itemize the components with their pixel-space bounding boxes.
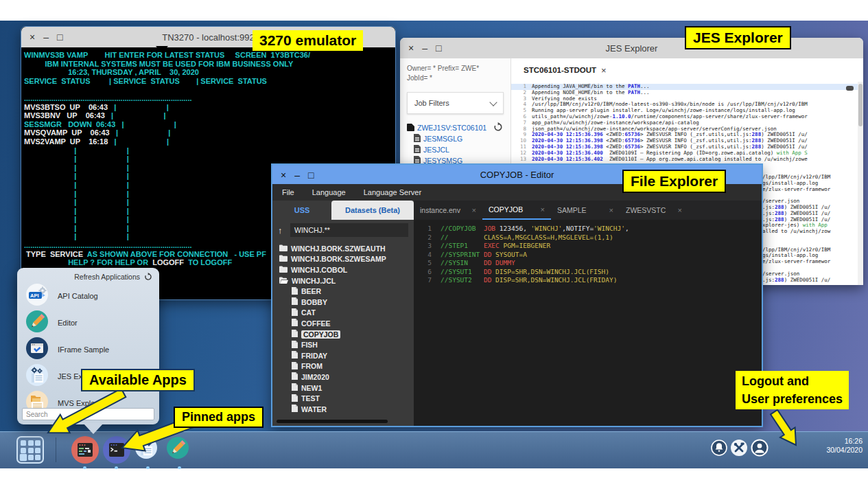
editor-tab-instance.env[interactable]: instance.env× xyxy=(414,201,482,220)
pinned-app-job-output-icon[interactable] xyxy=(71,436,99,464)
app-list: APIAPI CatalogEditorIFrame SampleJES Exp… xyxy=(17,282,159,416)
api-catalog-icon: API xyxy=(25,283,49,309)
menu-language-server[interactable]: Language Server xyxy=(364,188,421,196)
app-launcher-menu: Refresh Applications APIAPI CatalogEdito… xyxy=(17,268,159,424)
jes-titlebar[interactable]: × – □ JES Explorer xyxy=(400,38,863,58)
taskbar-divider xyxy=(56,437,56,462)
tab-stc06101-stdout[interactable]: STC06101-STDOUT × xyxy=(524,65,607,76)
dataset-tree-item-new1[interactable]: NEW1 xyxy=(279,383,414,394)
svg-text:API: API xyxy=(30,293,39,299)
tab-datasets[interactable]: Datasets (Beta) xyxy=(331,201,414,220)
dataset-tree-item-winchj.cobol[interactable]: WINCHJ.COBOL xyxy=(279,264,414,275)
iframe-sample-icon xyxy=(25,337,49,363)
dataset-tree-item-coffee[interactable]: COFFEE xyxy=(279,318,414,329)
running-indicator xyxy=(146,466,150,469)
pinned-app-terminal-icon[interactable] xyxy=(103,436,130,464)
editor-window[interactable]: × – □ COPYJOB - Editor File Language Lan… xyxy=(271,163,763,427)
minimize-icon[interactable]: – xyxy=(43,32,49,43)
close-icon[interactable]: × xyxy=(601,65,607,76)
dataset-tree-item-fish[interactable]: FISH xyxy=(279,339,414,350)
folder-icon xyxy=(279,244,288,253)
text-line: IBM INTERNAL SYSTEMS MUST BE USED FOR IB… xyxy=(24,60,392,69)
minimize-icon[interactable]: – xyxy=(294,170,300,181)
text-line: MVS2VAMP UP 16:18 | | xyxy=(24,137,392,146)
dataset-search-input[interactable]: WINCHJ.** xyxy=(290,223,408,237)
file-icon xyxy=(292,372,298,381)
pinned-app-jes-explorer-icon[interactable] xyxy=(134,436,162,464)
job-filters-label: Job Filters xyxy=(414,99,449,107)
dataset-tree-item-winchj.bork.szwesamp[interactable]: WINCHJ.BORK.SZWESAMP xyxy=(279,254,414,265)
notifications-bell-icon[interactable] xyxy=(711,440,727,459)
file-icon xyxy=(292,351,298,360)
editor-tab-zwesvstc[interactable]: ZWESVSTC× xyxy=(620,201,688,220)
jes-scrollbar[interactable] xyxy=(858,82,863,285)
editor-tab-bar: instance.env×COPYJOB×SAMPLE×ZWESVSTC× xyxy=(414,201,762,220)
editor-tab-copyjob[interactable]: COPYJOB× xyxy=(482,201,551,220)
running-indicator xyxy=(83,466,86,469)
close-icon[interactable]: × xyxy=(678,206,682,214)
menu-language[interactable]: Language xyxy=(312,188,346,196)
menu-file[interactable]: File xyxy=(282,188,294,196)
user-profile-icon[interactable] xyxy=(751,439,769,459)
jes-tree-item-jesmsglg[interactable]: JESMSGLG xyxy=(407,133,504,144)
close-icon[interactable]: × xyxy=(609,206,613,214)
dataset-tree-item-beer[interactable]: BEER xyxy=(279,286,414,297)
dataset-tree-item-winchj.bork.szweauth[interactable]: WINCHJ.BORK.SZWEAUTH xyxy=(279,243,414,254)
minimize-icon[interactable]: – xyxy=(422,43,427,54)
close-icon[interactable]: × xyxy=(541,205,545,214)
time: 16:26 xyxy=(801,437,863,446)
dataset-tree-item-bobby[interactable]: BOBBY xyxy=(279,297,414,308)
folder-icon xyxy=(279,255,288,263)
close-icon[interactable]: × xyxy=(281,170,286,181)
jes-tree-item-zwej1sv:stc06101[interactable]: ZWEJ1SV:STC06101 xyxy=(407,122,504,133)
job-filters-dropdown[interactable]: Job Filters xyxy=(407,92,504,114)
refresh-icon[interactable] xyxy=(144,273,152,281)
dataset-tree-item-winchj.jcl[interactable]: WINCHJ.JCL xyxy=(279,275,414,286)
text-line: 3//STEP1 EXEC PGM=IEBGENER xyxy=(414,242,762,251)
app-item-iframe-sample[interactable]: IFrame Sample xyxy=(17,336,159,363)
maximize-icon[interactable]: □ xyxy=(436,43,441,54)
dataset-tree-item-test[interactable]: TEST xyxy=(279,393,414,404)
text-line: 132020-04-30 12:15:36.402 ZWED0110I – Ap… xyxy=(511,157,858,163)
log-scrollbar-thumb[interactable] xyxy=(846,86,854,91)
file-icon xyxy=(292,405,298,413)
start-menu-button[interactable] xyxy=(16,436,44,464)
text-line: MVS3BNV UP 06:43 | | xyxy=(24,111,392,120)
refresh-icon[interactable] xyxy=(493,122,503,133)
chevron-down-icon xyxy=(489,98,497,106)
sidebar-hscrollbar[interactable] xyxy=(277,420,388,423)
file-icon xyxy=(292,287,298,296)
dataset-tree-item-water[interactable]: WATER xyxy=(279,404,414,415)
pinned-app-editor-icon[interactable] xyxy=(166,436,193,464)
jes-tree-item-jesjcl[interactable]: JESJCL xyxy=(407,144,504,155)
settings-tools-icon[interactable] xyxy=(730,439,748,459)
maximize-icon[interactable]: □ xyxy=(308,170,314,181)
text-line: 1//COPYJOB JOB 123456, 'WINCHJ',NOTIFY='… xyxy=(414,225,762,234)
maximize-icon[interactable]: □ xyxy=(57,32,62,43)
app-item-editor[interactable]: Editor xyxy=(17,309,159,336)
code-editor[interactable]: 1//COPYJOB JOB 123456, 'WINCHJ',NOTIFY='… xyxy=(414,220,762,426)
text-line: SERVICE STATUS | SERVICE STATUS | SERVIC… xyxy=(24,77,392,86)
app-item-api-catalog[interactable]: APIAPI Catalog xyxy=(17,282,159,309)
close-icon[interactable]: × xyxy=(30,32,35,43)
jes-filter-summary: Owner= * Prefix= ZWE* JobId= * xyxy=(407,64,495,82)
dataset-tree-item-jim2020[interactable]: JIM2020 xyxy=(279,372,414,383)
close-icon[interactable]: × xyxy=(408,43,414,54)
editor-sidebar: USS Datasets (Beta) ↑ WINCHJ.** WINCHJ.B… xyxy=(272,201,414,426)
text-line xyxy=(24,85,392,94)
dataset-tree-item-copyjob[interactable]: COPYJOB xyxy=(279,329,414,340)
text-line: SESSMGR DOWN 06:43 | | xyxy=(24,120,392,129)
editor-tab-sample[interactable]: SAMPLE× xyxy=(551,201,620,220)
dataset-tree-item-friday[interactable]: FRIDAY xyxy=(279,350,414,361)
up-arrow-icon[interactable]: ↑ xyxy=(278,225,286,236)
dataset-tree-item-from[interactable]: FROM xyxy=(279,361,414,372)
dataset-tree-item-cat[interactable]: CAT xyxy=(279,308,414,319)
app-search-input[interactable] xyxy=(22,408,154,420)
tab-uss[interactable]: USS xyxy=(272,201,331,220)
text-line: MVS3BTSO UP 06:43 | | xyxy=(24,103,392,112)
close-icon[interactable]: × xyxy=(472,206,476,214)
date: 30/04/2020 xyxy=(801,446,863,455)
annotation-file-explorer: File Explorer xyxy=(622,170,726,193)
running-indicator xyxy=(178,466,181,469)
refresh-applications-button[interactable]: Refresh Applications xyxy=(74,273,140,281)
